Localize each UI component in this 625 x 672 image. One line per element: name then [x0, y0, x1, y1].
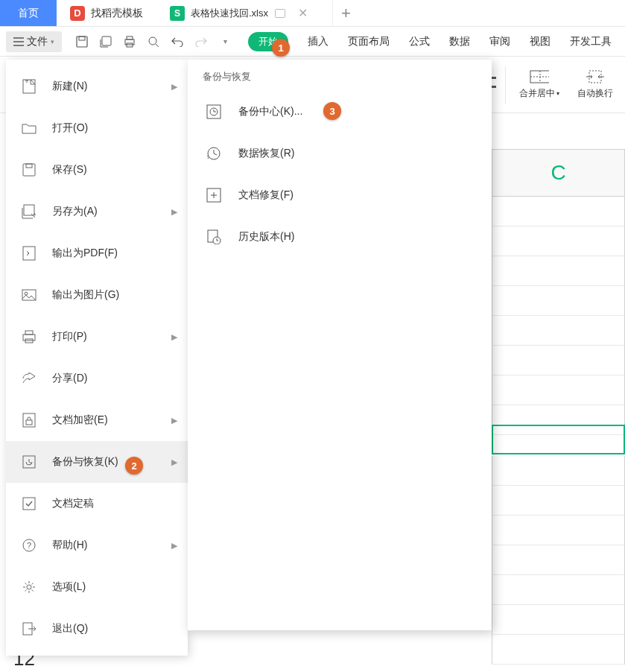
grid-cell[interactable] [492, 197, 625, 226]
ribbon-tab-review[interactable]: 审阅 [489, 35, 510, 48]
menu-save-label: 保存(S) [52, 163, 87, 177]
grid-cell[interactable] [492, 605, 625, 635]
menu-save-as[interactable]: 另存为(A) ▶ [6, 191, 188, 232]
submenu-history[interactable]: 历史版本(H) [188, 216, 492, 258]
svg-rect-21 [26, 420, 32, 425]
file-menu: 新建(N) ▶ 打开(O) 保存(S) 另存为(A) ▶ 输出为PDF(F) 输… [6, 60, 188, 656]
submenu-data-recovery[interactable]: 数据恢复(R) [188, 133, 492, 174]
menu-backup-restore[interactable]: 备份与恢复(K) ▶ [6, 441, 188, 483]
grid-cell[interactable] [492, 226, 625, 256]
file-button-label: 文件 [27, 35, 48, 48]
menu-export-pdf[interactable]: 输出为PDF(F) [6, 232, 188, 274]
grid-cell[interactable] [492, 286, 625, 316]
ribbon-tab-data[interactable]: 数据 [449, 35, 470, 48]
menu-new[interactable]: 新建(N) ▶ [6, 66, 188, 107]
ribbon-tab-insert[interactable]: 插入 [308, 35, 329, 48]
merge-icon [530, 69, 549, 84]
chevron-down-icon: ▾ [556, 90, 559, 97]
menu-export-img[interactable]: 输出为图片(G) [6, 274, 188, 316]
menu-print[interactable]: 打印(P) ▶ [6, 316, 188, 358]
grid-cell[interactable] [492, 516, 625, 545]
menu-save[interactable]: 保存(S) [6, 149, 188, 191]
app-logo-icon: D [70, 6, 85, 21]
close-tab-icon[interactable]: ✕ [296, 7, 308, 19]
grid-cell[interactable] [492, 575, 625, 605]
new-icon [21, 78, 37, 95]
ribbon-tab-formula[interactable]: 公式 [409, 35, 430, 48]
redo-icon-button[interactable] [190, 31, 212, 53]
menu-exit-label: 退出(Q) [52, 622, 88, 635]
grid-cell[interactable] [492, 486, 625, 516]
exit-icon [21, 621, 37, 637]
merge-center-label: 合并居中 [519, 87, 555, 100]
chevron-right-icon: ▶ [171, 541, 177, 551]
lock-icon [21, 412, 37, 428]
undo-icon-button[interactable] [166, 31, 188, 53]
auto-wrap-button[interactable]: 自动换行 [573, 66, 618, 103]
chevron-right-icon: ▶ [171, 332, 177, 342]
save-icon-button[interactable] [71, 31, 93, 53]
menu-backup-restore-label: 备份与恢复(K) [52, 455, 118, 469]
grid-cell[interactable] [492, 375, 625, 405]
callout-badge-2: 2 [125, 457, 143, 475]
merge-center-button[interactable]: 合并居中▾ [515, 66, 564, 103]
print-icon [21, 329, 37, 345]
folder-icon [21, 120, 37, 136]
ribbon-tab-dev[interactable]: 开发工具 [570, 35, 612, 48]
grid-cell[interactable] [492, 316, 625, 346]
ribbon-tab-layout[interactable]: 页面布局 [348, 35, 390, 48]
menu-save-as-label: 另存为(A) [52, 205, 98, 218]
new-tab-button[interactable]: + [332, 0, 359, 26]
tab-templates[interactable]: D 找稻壳模板 [57, 0, 156, 26]
menu-help[interactable]: ? 帮助(H) ▶ [6, 524, 188, 566]
ribbon-view-label: 视图 [530, 35, 551, 47]
submenu-doc-repair[interactable]: 文档修复(F) [188, 174, 492, 216]
ribbon-tabs: 开始 插入 页面布局 公式 数据 审阅 视图 开发工具 [248, 32, 612, 51]
chevron-right-icon: ▶ [171, 207, 177, 217]
menu-options[interactable]: 选项(L) [6, 566, 188, 608]
image-icon [21, 287, 37, 303]
grid-cell[interactable] [492, 346, 625, 375]
menu-finalize-label: 文档定稿 [52, 497, 94, 510]
svg-point-7 [149, 37, 156, 45]
toolbar-more-button[interactable]: ▾ [214, 31, 236, 53]
tab-templates-label: 找稻壳模板 [91, 7, 143, 20]
svg-rect-2 [79, 37, 85, 40]
menu-new-label: 新建(N) [52, 80, 87, 93]
grid-cell-selected[interactable] [492, 425, 625, 454]
grid-cell[interactable] [492, 256, 625, 286]
menu-export-img-label: 输出为图片(G) [52, 288, 119, 302]
print-icon-button[interactable] [118, 31, 141, 53]
grid-cell[interactable] [492, 456, 625, 486]
grid-cell[interactable] [492, 635, 625, 665]
ribbon-tab-view[interactable]: 视图 [530, 35, 551, 48]
menu-open-label: 打开(O) [52, 121, 88, 135]
menu-open[interactable]: 打开(O) [6, 107, 188, 149]
spreadsheet-icon: S [170, 6, 185, 21]
history-icon [206, 229, 222, 245]
preview-icon-button[interactable] [142, 31, 165, 53]
save-as-icon-button[interactable] [95, 31, 117, 53]
submenu-backup-center-label: 备份中心(K)... [238, 105, 302, 118]
tab-document[interactable]: S 表格快速找回.xlsx ✕ [156, 0, 326, 26]
column-header-c[interactable]: C [492, 149, 625, 197]
share-icon [21, 370, 37, 387]
submenu-doc-repair-label: 文档修复(F) [238, 188, 294, 202]
file-button[interactable]: 文件 ▾ [6, 31, 62, 52]
tab-home[interactable]: 首页 [0, 0, 57, 26]
hamburger-icon [13, 37, 24, 46]
detach-window-icon[interactable] [274, 7, 286, 19]
separator [505, 66, 506, 104]
menu-export-pdf-label: 输出为PDF(F) [52, 247, 118, 260]
svg-rect-3 [102, 37, 111, 45]
svg-point-26 [27, 585, 31, 589]
grid-cell[interactable] [492, 545, 625, 575]
repair-icon [206, 187, 222, 203]
spreadsheet-grid[interactable]: C [492, 149, 625, 672]
svg-rect-13 [24, 205, 34, 215]
chevron-down-icon: ▾ [51, 38, 54, 45]
menu-share[interactable]: 分享(D) [6, 358, 188, 399]
menu-encrypt[interactable]: 文档加密(E) ▶ [6, 399, 188, 441]
menu-exit[interactable]: 退出(Q) [6, 608, 188, 650]
menu-finalize[interactable]: 文档定稿 [6, 483, 188, 524]
